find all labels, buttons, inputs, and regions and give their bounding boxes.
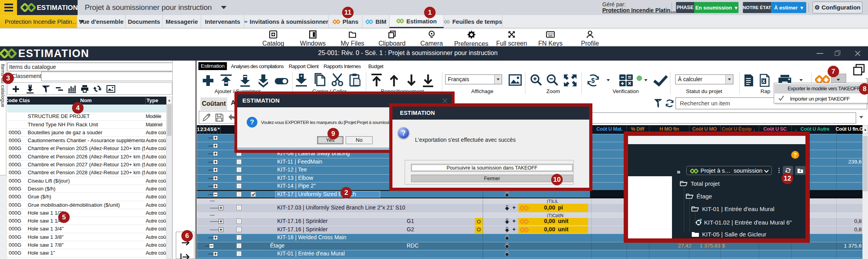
svg-text:$: $ [591,77,595,84]
svg-text:X: X [762,79,765,84]
